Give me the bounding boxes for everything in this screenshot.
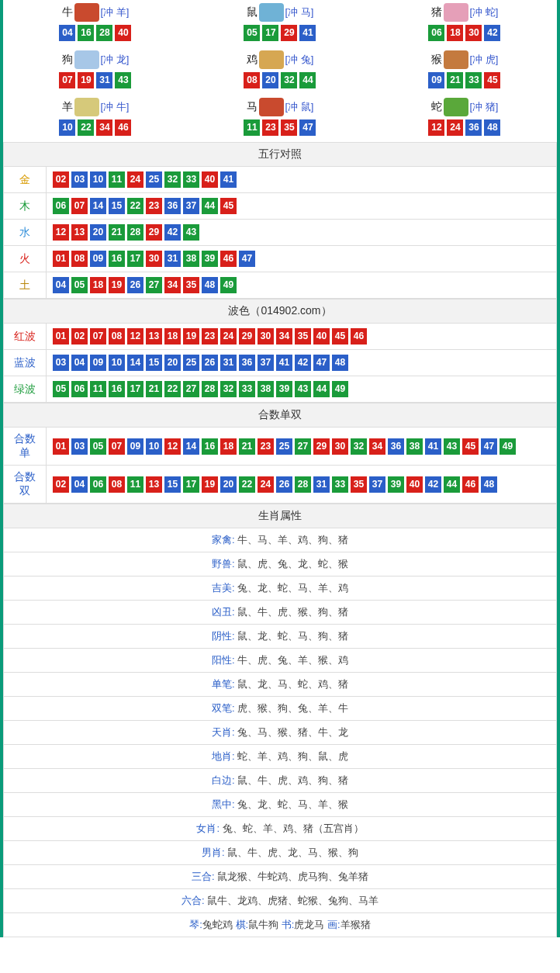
attr-value: 虎龙马 <box>294 919 324 930</box>
zodiac-cell: 羊[冲 牛]10223446 <box>3 95 188 142</box>
number-ball: 20 <box>262 72 278 88</box>
row-label: 红波 <box>4 324 47 350</box>
number-ball: 18 <box>447 25 463 41</box>
attr-value: 牛、马、羊、鸡、狗、猪 <box>237 534 348 545</box>
number-ball: 31 <box>164 251 181 267</box>
number-ball: 19 <box>78 72 94 88</box>
number-ball: 43 <box>183 224 199 241</box>
number-ball: 14 <box>127 355 143 371</box>
zodiac-chong: [冲 龙] <box>101 53 130 67</box>
zodiac-icon <box>259 50 284 69</box>
attr-label: 家禽: <box>212 534 237 545</box>
number-ball: 30 <box>258 328 274 345</box>
number-ball: 09 <box>90 355 106 371</box>
number-ball: 16 <box>78 25 94 41</box>
number-ball: 12 <box>53 224 69 241</box>
number-ball: 37 <box>369 476 385 493</box>
number-ball: 45 <box>484 72 500 88</box>
attr-label: 阴性: <box>212 630 237 642</box>
number-ball: 21 <box>239 438 255 455</box>
attr-label: 三合: <box>192 871 217 882</box>
row-label: 金 <box>4 167 47 193</box>
number-ball: 27 <box>183 381 199 397</box>
number-ball: 39 <box>202 251 218 267</box>
number-ball: 23 <box>258 438 274 455</box>
number-ball: 41 <box>425 438 441 455</box>
number-ball: 15 <box>164 476 181 493</box>
number-ball: 29 <box>146 224 162 241</box>
attr-row: 野兽: 鼠、虎、兔、龙、蛇、猴 <box>4 552 557 577</box>
number-ball: 19 <box>202 476 218 493</box>
attr-row-last: 琴:兔蛇鸡 棋:鼠牛狗 书:虎龙马 画:羊猴猪 <box>4 913 557 937</box>
zodiac-icon <box>259 98 284 116</box>
number-ball: 25 <box>146 171 162 188</box>
attr-label: 白边: <box>212 774 237 786</box>
number-ball: 32 <box>220 381 237 397</box>
number-ball: 35 <box>295 328 311 345</box>
number-ball: 04 <box>59 25 75 41</box>
attr-value: 鼠、虎、兔、龙、蛇、猴 <box>237 558 348 570</box>
attr-row: 地肖: 蛇、羊、鸡、狗、鼠、虎 <box>4 745 557 769</box>
bose-header: 波色（014902.com） <box>4 300 557 324</box>
number-ball: 02 <box>53 171 69 188</box>
attr-value: 牛、虎、兔、羊、猴、鸡 <box>237 654 348 666</box>
number-ball: 41 <box>276 355 292 371</box>
wuxing-header: 五行对照 <box>4 143 557 167</box>
number-ball: 11 <box>90 381 106 397</box>
row-nums: 06071415222336374445 <box>47 193 557 220</box>
number-ball: 12 <box>428 119 444 136</box>
row-label: 木 <box>4 193 47 220</box>
number-ball: 48 <box>332 355 348 371</box>
number-ball: 05 <box>90 438 106 455</box>
number-ball: 37 <box>183 198 199 214</box>
number-ball: 10 <box>146 438 162 455</box>
number-ball: 06 <box>71 381 88 397</box>
number-ball: 10 <box>59 119 75 136</box>
number-ball: 33 <box>183 171 199 188</box>
number-ball: 49 <box>220 277 237 293</box>
number-ball: 40 <box>202 171 218 188</box>
number-ball: 17 <box>262 25 278 41</box>
row-label: 水 <box>4 220 47 246</box>
number-ball: 42 <box>164 224 181 241</box>
number-ball: 09 <box>127 438 143 455</box>
number-ball: 18 <box>220 438 237 455</box>
number-ball: 43 <box>115 72 131 88</box>
number-ball: 21 <box>109 224 125 241</box>
number-ball: 16 <box>109 251 125 267</box>
number-ball: 39 <box>276 381 292 397</box>
number-ball: 36 <box>239 355 255 371</box>
number-ball: 03 <box>53 355 69 371</box>
number-ball: 36 <box>164 198 181 214</box>
number-ball: 28 <box>96 25 112 41</box>
number-ball: 27 <box>146 277 162 293</box>
number-ball: 09 <box>90 251 106 267</box>
number-ball: 34 <box>164 277 181 293</box>
number-ball: 18 <box>164 328 181 345</box>
attr-value: 鼠、牛、虎、鸡、狗、猪 <box>237 774 348 786</box>
wuxing-table: 五行对照 金02031011242532334041木0607141522233… <box>3 142 557 299</box>
number-ball: 42 <box>295 355 311 371</box>
number-ball: 14 <box>90 198 106 214</box>
number-ball: 45 <box>220 198 237 214</box>
zodiac-name: 牛 <box>62 5 73 19</box>
attr-row: 黑中: 兔、龙、蛇、马、羊、猴 <box>4 793 557 817</box>
number-ball: 44 <box>202 198 218 214</box>
number-ball: 48 <box>202 277 218 293</box>
zodiac-icon <box>444 50 468 69</box>
attr-row: 阴性: 鼠、龙、蛇、马、狗、猪 <box>4 625 557 649</box>
number-ball: 21 <box>447 72 463 88</box>
attr-value: 鼠、龙、马、蛇、鸡、猪 <box>237 678 348 690</box>
attr-row: 白边: 鼠、牛、虎、鸡、狗、猪 <box>4 769 557 793</box>
number-ball: 41 <box>220 171 237 188</box>
number-ball: 31 <box>220 355 237 371</box>
number-ball: 17 <box>127 251 143 267</box>
zodiac-cell: 狗[冲 龙]07193143 <box>3 47 188 95</box>
row-label: 合数单 <box>4 428 47 466</box>
row-label: 火 <box>4 246 47 272</box>
attr-row: 六合: 鼠牛、龙鸡、虎猪、蛇猴、兔狗、马羊 <box>4 889 557 913</box>
attr-row: 单笔: 鼠、龙、马、蛇、鸡、猪 <box>4 673 557 697</box>
number-ball: 44 <box>313 381 330 397</box>
number-ball: 40 <box>115 25 131 41</box>
number-ball: 11 <box>244 119 260 136</box>
